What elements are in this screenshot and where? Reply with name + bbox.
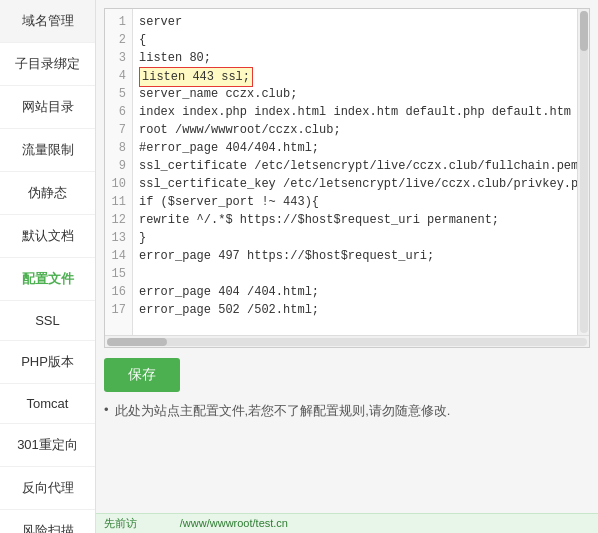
line-number-14: 14 bbox=[111, 247, 126, 265]
sidebar-item-默认文档[interactable]: 默认文档 bbox=[0, 215, 95, 258]
line-number-4: 4 bbox=[111, 67, 126, 85]
sidebar-item-伪静态[interactable]: 伪静态 bbox=[0, 172, 95, 215]
scrollbar-y[interactable] bbox=[577, 9, 589, 335]
line-number-5: 5 bbox=[111, 85, 126, 103]
code-line-6: index index.php index.html index.htm def… bbox=[139, 103, 571, 121]
info-label: 此处为站点主配置文件,若您不了解配置规则,请勿随意修改. bbox=[115, 402, 451, 420]
highlighted-code: listen 443 ssl; bbox=[139, 67, 253, 87]
scrollbar-y-thumb bbox=[580, 11, 588, 51]
line-number-8: 8 bbox=[111, 139, 126, 157]
line-number-16: 16 bbox=[111, 283, 126, 301]
save-button[interactable]: 保存 bbox=[104, 358, 180, 392]
line-number-1: 1 bbox=[111, 13, 126, 31]
sidebar-item-反向代理[interactable]: 反向代理 bbox=[0, 467, 95, 510]
code-area: 1234567891011121314151617 server{ listen… bbox=[105, 9, 577, 335]
scrollbar-x-track bbox=[107, 338, 587, 346]
code-line-16: error_page 404 /404.html; bbox=[139, 283, 571, 301]
sidebar-item-SSL[interactable]: SSL bbox=[0, 301, 95, 341]
line-number-10: 10 bbox=[111, 175, 126, 193]
bottom-text: 先前访 /www/wwwroot/test.cn bbox=[104, 516, 288, 531]
sidebar-item-子目录绑定[interactable]: 子目录绑定 bbox=[0, 43, 95, 86]
code-line-14: error_page 497 https://$host$request_uri… bbox=[139, 247, 571, 265]
info-text: 此处为站点主配置文件,若您不了解配置规则,请勿随意修改. bbox=[104, 402, 590, 420]
line-numbers: 1234567891011121314151617 bbox=[105, 9, 133, 335]
sidebar: 域名管理子目录绑定网站目录流量限制伪静态默认文档配置文件SSLPHP版本Tomc… bbox=[0, 0, 96, 533]
code-line-8: #error_page 404/404.html; bbox=[139, 139, 571, 157]
scrollbar-y-track bbox=[580, 11, 588, 333]
scrollbar-x-thumb bbox=[107, 338, 167, 346]
code-editor: 1234567891011121314151617 server{ listen… bbox=[104, 8, 590, 348]
line-number-2: 2 bbox=[111, 31, 126, 49]
line-number-6: 6 bbox=[111, 103, 126, 121]
sidebar-item-域名管理[interactable]: 域名管理 bbox=[0, 0, 95, 43]
line-number-3: 3 bbox=[111, 49, 126, 67]
line-number-17: 17 bbox=[111, 301, 126, 319]
line-number-12: 12 bbox=[111, 211, 126, 229]
code-content[interactable]: server{ listen 80; listen 443 ssl; serve… bbox=[133, 9, 577, 335]
code-line-11: if ($server_port !~ 443){ bbox=[139, 193, 571, 211]
line-number-15: 15 bbox=[111, 265, 126, 283]
line-number-9: 9 bbox=[111, 157, 126, 175]
sidebar-item-网站目录[interactable]: 网站目录 bbox=[0, 86, 95, 129]
line-number-7: 7 bbox=[111, 121, 126, 139]
sidebar-item-流量限制[interactable]: 流量限制 bbox=[0, 129, 95, 172]
line-number-11: 11 bbox=[111, 193, 126, 211]
sidebar-item-配置文件[interactable]: 配置文件 bbox=[0, 258, 95, 301]
sidebar-item-风险扫描[interactable]: 风险扫描 bbox=[0, 510, 95, 533]
code-line-12: rewrite ^/.*$ https://$host$request_uri … bbox=[139, 211, 571, 229]
code-line-3: listen 80; bbox=[139, 49, 571, 67]
code-line-15 bbox=[139, 265, 571, 283]
sidebar-item-Tomcat[interactable]: Tomcat bbox=[0, 384, 95, 424]
sidebar-item-PHP版本[interactable]: PHP版本 bbox=[0, 341, 95, 384]
code-line-5: server_name cczx.club; bbox=[139, 85, 571, 103]
code-line-4: listen 443 ssl; bbox=[139, 67, 571, 85]
code-line-10: ssl_certificate_key /etc/letsencrypt/liv… bbox=[139, 175, 571, 193]
line-number-13: 13 bbox=[111, 229, 126, 247]
code-line-9: ssl_certificate /etc/letsencrypt/live/cc… bbox=[139, 157, 571, 175]
code-line-17: error_page 502 /502.html; bbox=[139, 301, 571, 319]
main-content: 1234567891011121314151617 server{ listen… bbox=[96, 0, 598, 533]
code-line-1: server bbox=[139, 13, 571, 31]
code-line-13: } bbox=[139, 229, 571, 247]
scrollbar-x[interactable] bbox=[105, 335, 589, 347]
sidebar-item-301重定向[interactable]: 301重定向 bbox=[0, 424, 95, 467]
bottom-bar: 先前访 /www/wwwroot/test.cn bbox=[96, 513, 598, 533]
code-line-2: { bbox=[139, 31, 571, 49]
code-line-7: root /www/wwwroot/cczx.club; bbox=[139, 121, 571, 139]
